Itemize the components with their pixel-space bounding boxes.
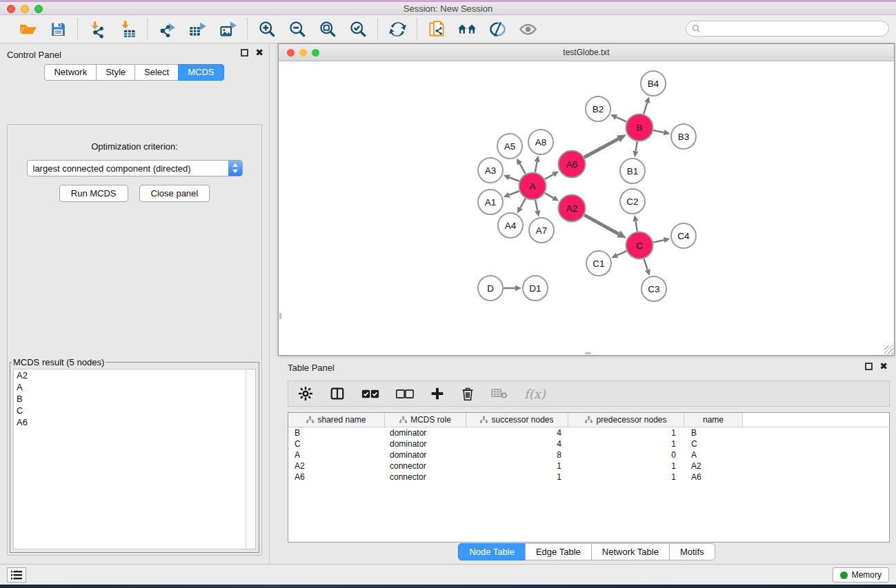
memory-button[interactable]: Memory [833,567,889,582]
tab-style[interactable]: Style [96,64,135,81]
table-row[interactable]: Cdominator41C [288,438,889,449]
settings-gear-icon[interactable] [298,386,313,401]
zoom-out-icon[interactable] [288,19,307,39]
cell[interactable]: 4 [466,428,568,438]
import-network-icon[interactable] [88,19,107,39]
close-panel-button[interactable]: Close panel [139,185,210,202]
export-table-icon[interactable] [188,19,207,39]
add-column-icon[interactable] [430,387,444,401]
zoom-fit-icon[interactable] [318,19,337,39]
edge-A-A6[interactable] [545,174,554,179]
result-item[interactable]: A [14,381,255,393]
graph-node-C3[interactable]: C3 [641,276,666,301]
zoom-in-icon[interactable] [257,19,277,39]
edge-A-A1[interactable] [509,191,519,195]
tab-network-table[interactable]: Network Table [591,543,670,560]
search-box[interactable] [686,21,889,37]
float-panel-icon[interactable] [241,49,248,57]
graphics-details-icon[interactable] [488,19,507,39]
cell[interactable]: dominator [385,450,466,460]
cell[interactable]: 1 [568,472,684,482]
run-mcds-button[interactable]: Run MCDS [59,185,128,202]
network-canvas[interactable]: B4B2BB3A5A8A6A3AB1A1C2A4A7A2C4CC1C3DD1 [279,61,894,355]
first-neighbors-icon[interactable] [457,19,477,39]
edge-B-B1[interactable] [636,141,637,151]
edge-A-A8[interactable] [535,162,537,172]
column-header-predecessor-nodes[interactable]: predecessor nodes [568,413,684,427]
open-folder-icon[interactable] [18,19,37,39]
new-network-from-selection-icon[interactable] [427,19,446,39]
cell[interactable]: A [684,450,743,460]
cell[interactable]: A6 [288,472,385,482]
edge-C-C2[interactable] [635,221,637,232]
network-window-titlebar[interactable]: testGlobe.txt [279,44,894,61]
graph-node-A2[interactable]: A2 [559,195,586,222]
import-table-icon[interactable] [118,19,137,39]
zoom-selected-icon[interactable] [348,19,368,39]
graph-node-C2[interactable]: C2 [620,189,645,214]
graph-node-D[interactable]: D [478,276,503,301]
edge-C-C4[interactable] [653,240,664,242]
mcds-result-list[interactable]: A2ABCA6 [13,369,256,549]
cell[interactable]: C [288,439,385,449]
cell[interactable]: 0 [568,450,684,460]
tab-edge-table[interactable]: Edge Table [525,543,592,560]
task-history-button[interactable] [7,567,26,582]
edge-A2-C[interactable] [584,215,619,234]
graph-node-B[interactable]: B [626,114,653,141]
cell[interactable]: 1 [568,428,684,438]
vertical-scroll-stub[interactable] [279,313,281,319]
result-scrollbar[interactable] [246,369,255,549]
network-view-window[interactable]: testGlobe.txt B4B2BB3A5A8A6A3AB1A1C2A4A7… [278,43,895,356]
tab-network[interactable]: Network [44,64,97,81]
select-all-columns-icon[interactable] [361,389,379,399]
export-network-icon[interactable] [157,19,177,39]
result-item[interactable]: B [14,393,255,405]
graph-node-A7[interactable]: A7 [529,218,554,243]
edge-B-B3[interactable] [653,130,664,132]
edge-A-A3[interactable] [509,177,519,181]
graph-node-C[interactable]: C [626,232,653,259]
edge-A6-B[interactable] [584,139,619,157]
table-row[interactable]: A6connector11A6 [288,472,889,483]
cell[interactable]: C [684,439,743,449]
tab-motifs[interactable]: Motifs [669,543,715,560]
result-item[interactable]: A6 [14,416,255,428]
cell[interactable]: 1 [466,461,568,471]
column-header-name[interactable]: name [684,413,743,427]
resize-grip[interactable] [884,345,893,354]
graph-node-D1[interactable]: D1 [523,276,548,301]
edge-A-A4[interactable] [520,199,526,208]
result-item[interactable]: A2 [14,369,255,381]
graph-node-A8[interactable]: A8 [528,130,553,154]
graph-node-A5[interactable]: A5 [497,134,522,159]
cell[interactable]: A [288,450,385,460]
table-close-panel-icon[interactable]: ✖ [879,363,888,370]
edge-C-C1[interactable] [617,251,627,255]
graph-node-A6[interactable]: A6 [559,151,586,178]
cell[interactable]: 8 [466,450,568,460]
cell[interactable]: A2 [288,461,385,471]
cell[interactable]: dominator [385,428,466,438]
column-header-shared-name[interactable]: shared name [288,413,385,427]
column-header-MCDS-role[interactable]: MCDS role [385,413,466,427]
edge-A-A5[interactable] [519,163,526,174]
cell[interactable]: connector [385,461,466,471]
horizontal-scroll-stub[interactable] [585,352,591,354]
graph-node-C4[interactable]: C4 [671,223,696,248]
export-image-icon[interactable] [218,19,237,39]
cell[interactable]: 1 [568,461,684,471]
column-header-successor-nodes[interactable]: successor nodes [466,413,568,427]
edge-C-C3[interactable] [644,258,647,270]
search-input[interactable] [701,21,888,36]
cell[interactable]: 1 [466,472,568,482]
edge-A-A7[interactable] [535,200,537,210]
cell[interactable]: A6 [684,472,743,482]
graph-node-B2[interactable]: B2 [586,97,610,121]
graph-node-B1[interactable]: B1 [620,159,645,183]
graph-node-B4[interactable]: B4 [641,71,666,96]
graph-node-A[interactable]: A [519,173,546,200]
edge-B-B2[interactable] [616,117,626,122]
graph-node-B3[interactable]: B3 [671,124,696,149]
table-float-panel-icon[interactable] [865,363,873,370]
